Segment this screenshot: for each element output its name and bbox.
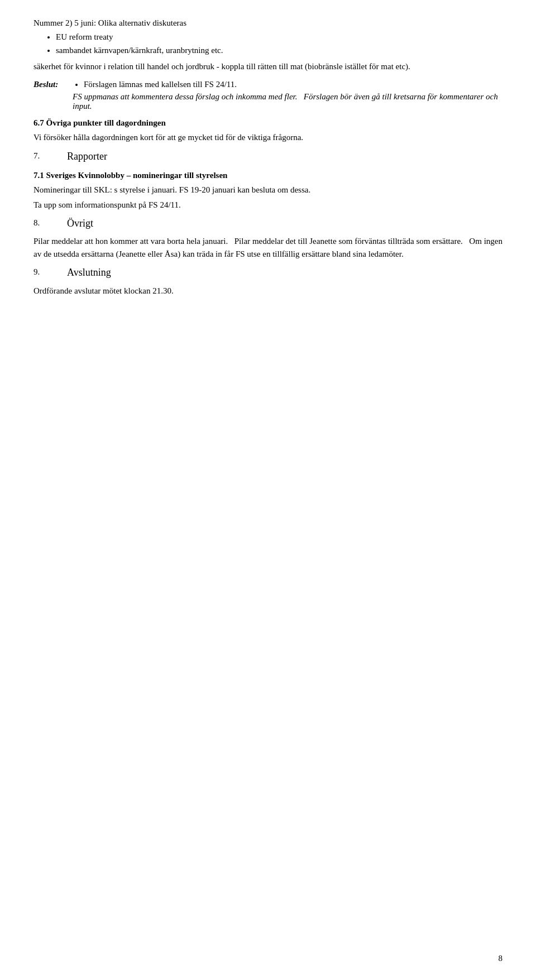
section-8-body: Pilar meddelar att hon kommer att vara b…	[34, 235, 502, 260]
section-6-7-body: Vi försöker hålla dagordningen kort för …	[34, 131, 502, 144]
section-8-body1: Pilar meddelar att hon kommer att vara b…	[34, 237, 228, 246]
section-9-body: Ordförande avslutar mötet klockan 21.30.	[34, 285, 502, 297]
section-8-header: 8. Övrigt	[34, 217, 502, 230]
section-7-1-line1: Nomineringar till SKL: s styrelse i janu…	[34, 185, 177, 194]
section-7-title: Rapporter	[67, 150, 107, 164]
section-9-number: 9.	[34, 266, 67, 280]
beslut-label: Beslut:	[34, 78, 73, 111]
beslut-content: Förslagen lämnas med kallelsen till FS 2…	[73, 78, 502, 111]
section-9: 9. Avslutning Ordförande avslutar mötet …	[34, 266, 502, 297]
section-9-title: Avslutning	[67, 266, 111, 280]
intro-bullet-1: EU reform treaty	[56, 31, 502, 44]
section-9-header: 9. Avslutning	[34, 266, 502, 280]
section-7-1-line3: Ta upp som informationspunkt på FS 24/11…	[34, 199, 502, 212]
section-7-1-heading: 7.1 Sveriges Kvinnolobby – nomineringar …	[34, 169, 502, 182]
section-7: 7. Rapporter	[34, 150, 502, 164]
section-7-1: 7.1 Sveriges Kvinnolobby – nomineringar …	[34, 169, 502, 212]
intro-line2: säkerhet för kvinnor i relation till han…	[34, 60, 502, 73]
intro-line1: Nummer 2) 5 juni: Olika alternativ disku…	[34, 17, 502, 30]
section-8-body2: Pilar meddelar det till Jeanette som för…	[234, 237, 463, 246]
section-8-number: 8.	[34, 217, 67, 230]
intro-bullet-list: EU reform treaty sambandet kärnvapen/kär…	[56, 31, 502, 57]
section-7-1-line2: FS 19-20 januari kan besluta om dessa.	[179, 185, 310, 194]
intro-block: Nummer 2) 5 juni: Olika alternativ disku…	[34, 17, 502, 73]
section-8-title: Övrigt	[67, 217, 93, 230]
beslut-text1: FS uppmanas att kommentera dessa förslag…	[73, 92, 297, 101]
intro-bullet-2: sambandet kärnvapen/kärnkraft, uranbrytn…	[56, 44, 502, 57]
page-number: 8	[499, 954, 503, 963]
section-8: 8. Övrigt Pilar meddelar att hon kommer …	[34, 217, 502, 260]
section-6-7: 6.7 Övriga punkter till dagordningen Vi …	[34, 117, 502, 144]
beslut-bullet-1: Förslagen lämnas med kallelsen till FS 2…	[84, 78, 502, 91]
section-6-7-heading: 6.7 Övriga punkter till dagordningen	[34, 117, 502, 129]
section-7-1-body: Nomineringar till SKL: s styrelse i janu…	[34, 184, 502, 196]
section-7-number: 7.	[34, 150, 67, 164]
beslut-block: Beslut: Förslagen lämnas med kallelsen t…	[34, 78, 502, 111]
